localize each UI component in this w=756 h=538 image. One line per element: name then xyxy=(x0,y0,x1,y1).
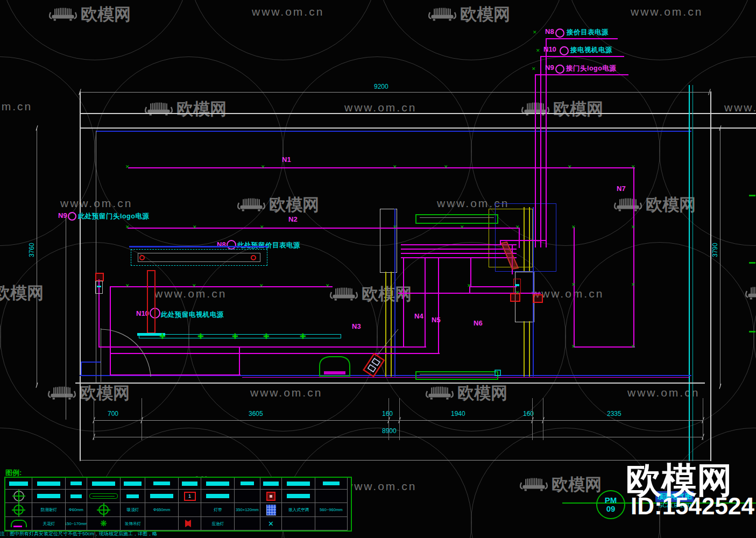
legend-sym-wall-washer xyxy=(5,517,32,530)
legend-swatch xyxy=(282,490,315,503)
sheet-code: PM xyxy=(605,496,617,505)
legend-label: 应急灯 xyxy=(201,517,235,530)
door-swing-arc xyxy=(101,329,151,377)
legend-sym-emergency xyxy=(179,517,201,530)
legend-swatch xyxy=(201,490,235,503)
legend-swatch xyxy=(32,478,66,490)
distribution-slash xyxy=(501,242,518,269)
legend-swatch xyxy=(121,478,145,490)
legend-label: 560~960mm xyxy=(315,503,348,517)
legend-swatch xyxy=(66,478,87,490)
legend-label: 150~170mm xyxy=(66,517,87,530)
legend-swatch xyxy=(145,490,179,503)
cad-drawing-canvas: 欧模网www.om.cn 欧模网www.om.cnom.cn 欧模网www.om… xyxy=(0,0,756,538)
legend-sym-downlight xyxy=(5,503,32,517)
legend-label: Φ650mm xyxy=(145,503,179,517)
legend-sym-red-square xyxy=(260,490,282,503)
legend-swatch xyxy=(32,490,66,503)
legend-sym-fan: ❋ xyxy=(87,517,121,530)
small-device xyxy=(495,370,500,376)
legend-swatch xyxy=(87,478,121,490)
sheet-index: 09 xyxy=(606,505,616,513)
tilted-socket xyxy=(364,354,384,377)
legend-swatch xyxy=(179,478,201,490)
legend-title: 图例: xyxy=(5,468,22,478)
legend-sym-ac-grille xyxy=(260,503,282,517)
legend-swatch xyxy=(66,490,87,503)
legend-label: 灯带 xyxy=(201,503,235,517)
legend-swatch xyxy=(121,490,145,503)
arch-appliance-bar xyxy=(324,371,345,374)
legend-cell xyxy=(145,517,179,530)
socket-leader-line xyxy=(377,329,398,355)
legend-label: 吸顶灯 xyxy=(121,503,145,517)
legend-swatch xyxy=(201,478,235,490)
legend-table: 1防潮射灯Φ60mm吸顶灯Φ650mm灯带350×120mm嵌入式空调560~9… xyxy=(4,477,352,532)
legend-cell xyxy=(315,490,348,503)
legend-cell xyxy=(235,517,260,530)
legend-sym-panel-1: 1 xyxy=(179,490,201,503)
legend-cell xyxy=(315,517,348,530)
legend-label: Φ60mm xyxy=(66,503,87,517)
sheet-number-stamp: PM 09 xyxy=(596,490,625,519)
legend-label: 350×120mm xyxy=(235,503,260,517)
legend-cell xyxy=(282,517,315,530)
legend-sym-strip-light xyxy=(87,490,121,503)
legend-swatch xyxy=(145,478,179,490)
legend-swatch xyxy=(260,478,282,490)
legend-label: 嵌入式空调 xyxy=(282,503,315,517)
legend-label: 天花灯 xyxy=(32,517,66,530)
legend-sym-x: ✕ xyxy=(260,517,282,530)
legend-cell xyxy=(235,490,260,503)
legend-label: 装饰吊灯 xyxy=(121,517,145,530)
site-watermark-id: ID:1542524 xyxy=(631,493,754,520)
legend-label: 防潮射灯 xyxy=(32,503,66,517)
legend-sym-spotlight xyxy=(87,503,121,517)
legend-sym-compass xyxy=(5,490,32,503)
legend-swatch xyxy=(315,478,348,490)
legend-swatch xyxy=(5,478,32,490)
legend-note: 注：图中所有灯具安装定位尺寸不低于50cm，现场核定后施工，详图，略 xyxy=(0,530,355,537)
legend-swatch xyxy=(282,478,315,490)
legend-swatch xyxy=(235,478,260,490)
legend-cell xyxy=(179,503,201,517)
